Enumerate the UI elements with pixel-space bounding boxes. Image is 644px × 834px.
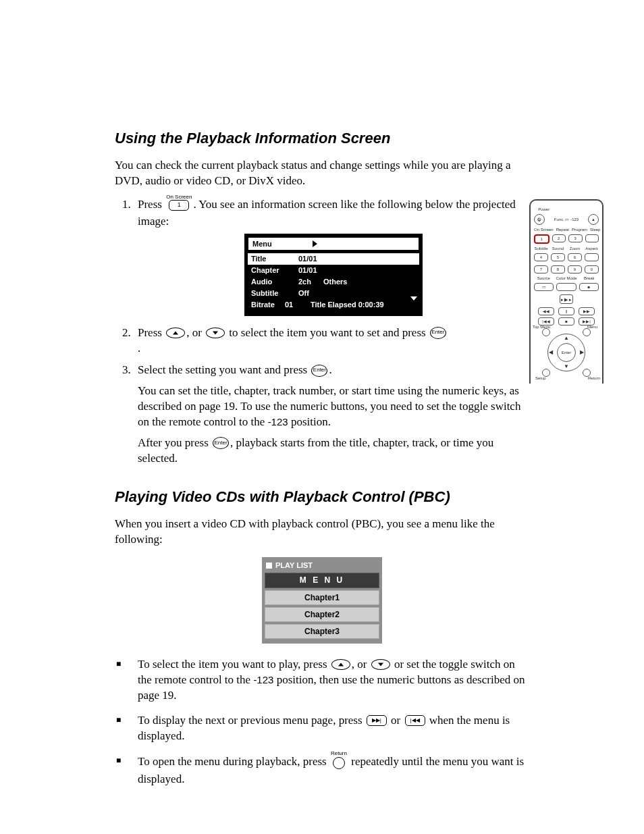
enter-button-icon: Enter (311, 365, 327, 377)
remote-dpad: Top Menu Menu Setup Return Enter ▲▼◀▶ (542, 328, 591, 377)
pbc-item: Chapter1 (265, 590, 379, 605)
play-icon (313, 240, 317, 247)
up-arrow-icon (331, 659, 350, 670)
enter-button-icon: Enter (213, 437, 229, 449)
down-arrow-icon (371, 659, 390, 670)
section2-title: Playing Video CDs with Playback Control … (115, 487, 529, 507)
step-3: Select the setting you want and press En… (134, 363, 529, 467)
enter-button-icon: Enter (430, 327, 446, 339)
remote-play-icon: ▸ ▶ ▸ (560, 294, 573, 304)
pbc-menu-header: M E N U (265, 573, 379, 588)
down-arrow-icon (206, 328, 225, 338)
remote-power-button: ⏻ (534, 214, 545, 225)
pbc-item: Chapter3 (265, 624, 379, 639)
remote-illustration: Power ⏻ Func. ▭ -123 ▲ On ScreenRepeatPr… (529, 199, 603, 384)
osd-info-screen: Menu Title 01/01 Chapter 01/01 Audio 2ch (244, 234, 423, 316)
section1-intro: You can check the current playback statu… (115, 158, 529, 189)
prev-track-icon: |◀◀ (405, 715, 425, 726)
remote-power-label: Power (534, 207, 554, 212)
pbc-title: PLAY LIST (265, 560, 379, 573)
step-2: Press , or to select the item you want t… (134, 325, 529, 357)
remote-func-toggle: Func. ▭ -123 (547, 217, 585, 222)
next-track-icon: ▶▶| (367, 715, 387, 726)
pbc-item: Chapter2 (265, 607, 379, 622)
bullet-3: To open the menu during playback, press … (134, 754, 529, 787)
bullet-1: To select the item you want to play, pre… (134, 657, 529, 704)
section2-intro: When you insert a video CD with playback… (115, 517, 529, 548)
onscreen-key-icon: On Screen 1 (166, 194, 192, 211)
step-1: Press On Screen 1 . You see an informati… (134, 197, 529, 316)
up-arrow-icon (166, 328, 185, 338)
bullet-2: To display the next or previous menu pag… (134, 713, 529, 744)
osd-menu-label: Menu (252, 239, 272, 249)
section1-title: Using the Playback Information Screen (115, 128, 529, 149)
remote-key-1: 1 (534, 234, 549, 244)
pbc-playlist-panel: PLAY LIST M E N U Chapter1 Chapter2 Chap… (262, 557, 382, 644)
remote-eject-button: ▲ (588, 214, 599, 225)
return-key-icon: Return (331, 751, 347, 769)
